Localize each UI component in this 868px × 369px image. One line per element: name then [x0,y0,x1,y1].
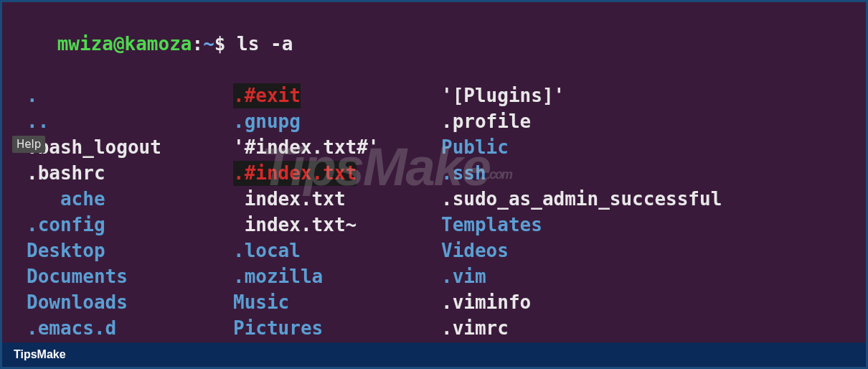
ls-entry: .sudo_as_admin_successful [441,187,722,212]
ls-entry: Public [441,135,509,160]
ls-entry: .vim [441,264,486,289]
ls-entry: .bash_logout [27,135,161,160]
ls-entry: .profile [441,109,531,134]
prompt-at: @ [113,33,125,55]
ls-entry: .config [27,212,105,238]
ls-entry: Documents [27,264,128,289]
ls-entry: Templates [441,212,542,238]
ls-entry: .vimrc [441,316,509,341]
ls-entry: Desktop [27,238,105,263]
ls-entry: .viminfo [441,290,531,315]
ls-entry: .local [233,238,301,263]
ls-output: ....bash_logout.bashrc ache.configDeskto… [12,83,856,342]
ls-entry: Downloads [27,290,128,315]
ls-entry: index.txt~ [233,212,357,238]
prompt-host: kamoza [125,33,192,55]
ls-entry: '[Plugins]' [441,83,565,108]
ls-entry: .#index.txt [233,161,357,186]
ls-entry: .gnupg [233,109,301,134]
prompt-user: mwiza [57,33,113,55]
ls-entry: .emacs.d [27,316,116,341]
ls-entry: . [27,83,38,108]
prompt-command: ls -a [237,33,293,55]
ls-entry: ache [27,187,105,212]
ls-entry: Music [233,290,289,315]
ls-entry: '#index.txt#' [233,135,379,160]
terminal-window[interactable]: mwiza@kamoza:~$ ls -a ....bash_logout.ba… [2,2,866,346]
ls-entry: .ssh [441,161,486,186]
ls-entry: .. [27,109,49,134]
caption-text: TipsMake [14,348,66,360]
help-badge[interactable]: Help [12,136,45,153]
ls-entry: Videos [441,238,509,263]
prompt-line: mwiza@kamoza:~$ ls -a [12,6,856,82]
ls-entry: .mozilla [233,264,323,289]
caption-bar: TipsMake [2,342,866,367]
prompt-path: ~ [203,33,214,55]
ls-entry: Pictures [233,316,323,341]
prompt-dollar: $ [214,33,226,55]
prompt-sep: : [192,33,203,55]
ls-entry: .bashrc [27,161,105,186]
ls-entry: index.txt [233,187,346,212]
ls-entry: .#exit [233,83,301,108]
